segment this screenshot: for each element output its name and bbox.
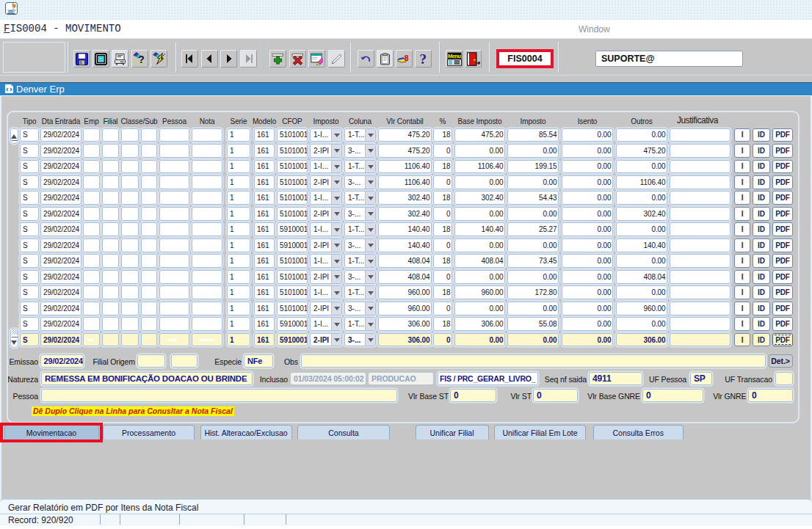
- svg-text:Menu: Menu: [448, 52, 461, 59]
- svg-text:?: ?: [138, 54, 145, 65]
- svg-text:?: ?: [419, 52, 427, 65]
- svg-text:8: 8: [405, 54, 409, 62]
